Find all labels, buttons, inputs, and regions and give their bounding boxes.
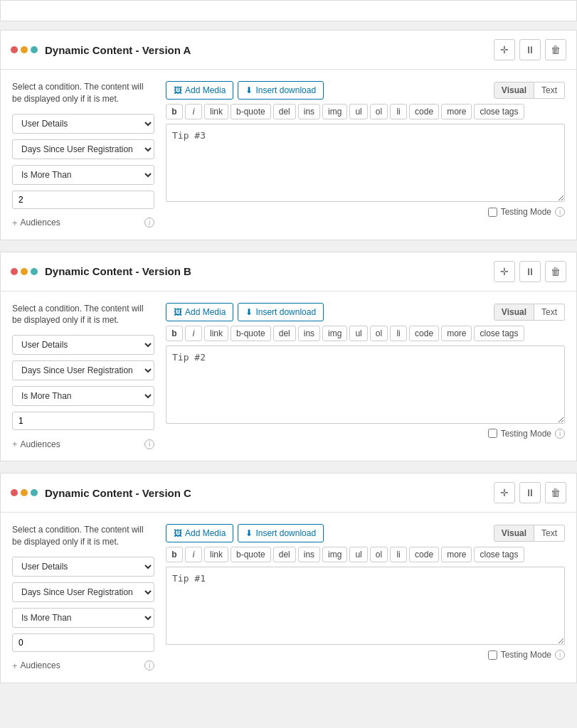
format-btn-ins[interactable]: ins: [298, 547, 320, 562]
format-btn-li[interactable]: li: [390, 104, 407, 119]
format-btn-del[interactable]: del: [273, 547, 296, 562]
format-btn-img[interactable]: img: [322, 326, 347, 341]
format-btn-i[interactable]: i: [185, 104, 202, 119]
insert-download-button-1[interactable]: ⬇ Insert download: [238, 81, 324, 100]
insert-download-button-2[interactable]: ⬇ Insert download: [238, 303, 324, 321]
format-btn-b[interactable]: b: [166, 547, 183, 562]
select-comparator-1[interactable]: Is More Than: [12, 165, 154, 185]
move-button-3[interactable]: ✛: [494, 482, 515, 503]
testing-mode-checkbox-2[interactable]: [488, 429, 497, 438]
format-btn-code[interactable]: code: [409, 326, 439, 341]
audiences-label-2: Audiences: [21, 439, 60, 449]
condition-input-2[interactable]: [12, 412, 154, 430]
condition-panel-3: Select a condition. The content will be …: [12, 524, 154, 671]
version-header-2: Dynamic Content - Version B ✛ ⏸ 🗑: [1, 252, 576, 291]
view-text-button-3[interactable]: Text: [534, 525, 565, 542]
format-btn-close-tags[interactable]: close tags: [474, 547, 524, 562]
select-type-3[interactable]: User Details: [12, 557, 154, 577]
move-button-2[interactable]: ✛: [494, 261, 515, 282]
select-type-2[interactable]: User Details: [12, 335, 154, 355]
view-text-button-2[interactable]: Text: [534, 304, 565, 321]
format-btn-more[interactable]: more: [441, 326, 472, 341]
version-title-2: Dynamic Content - Version B: [45, 265, 494, 277]
testing-mode-label-3: Testing Mode: [501, 650, 551, 660]
dot-teal: [31, 268, 38, 275]
view-visual-button-1[interactable]: Visual: [494, 82, 534, 99]
audiences-plus-icon: +: [12, 660, 18, 671]
condition-panel-2: Select a condition. The content will be …: [12, 303, 154, 450]
audiences-plus-icon: +: [12, 439, 18, 449]
format-btn-b-quote[interactable]: b-quote: [231, 104, 271, 119]
format-btn-ul[interactable]: ul: [349, 547, 367, 562]
format-btn-ol[interactable]: ol: [370, 104, 388, 119]
format-btn-more[interactable]: more: [441, 547, 472, 562]
select-field-3[interactable]: Days Since User Registration: [12, 582, 154, 602]
format-btn-link[interactable]: link: [204, 104, 228, 119]
format-btn-b[interactable]: b: [166, 104, 183, 119]
select-comparator-2[interactable]: Is More Than: [12, 386, 154, 406]
select-field-1[interactable]: Days Since User Registration: [12, 139, 154, 159]
move-button-1[interactable]: ✛: [494, 39, 515, 60]
insert-download-icon: ⬇: [245, 528, 253, 538]
view-visual-button-3[interactable]: Visual: [494, 525, 534, 542]
version-actions: ✛ ⏸ 🗑: [494, 482, 566, 503]
pause-button-2[interactable]: ⏸: [519, 261, 541, 282]
select-field-2[interactable]: Days Since User Registration: [12, 360, 154, 380]
format-btn-li[interactable]: li: [390, 547, 407, 562]
format-btn-ul[interactable]: ul: [349, 326, 367, 341]
delete-button-3[interactable]: 🗑: [545, 482, 566, 503]
condition-input-1[interactable]: [12, 191, 154, 209]
editor-area-2[interactable]: Tip #2: [166, 346, 565, 424]
format-btn-b-quote[interactable]: b-quote: [231, 547, 271, 562]
condition-label-1: Select a condition. The content will be …: [12, 81, 154, 105]
format-toolbar-1: bilinkb-quotedelinsimgulollicodemoreclos…: [166, 104, 565, 119]
testing-mode-checkbox-3[interactable]: [488, 651, 497, 660]
format-btn-img[interactable]: img: [322, 547, 347, 562]
select-type-1[interactable]: User Details: [12, 114, 154, 134]
version-actions: ✛ ⏸ 🗑: [494, 39, 566, 60]
pause-button-1[interactable]: ⏸: [519, 39, 541, 60]
pause-button-3[interactable]: ⏸: [519, 482, 541, 503]
dot-teal: [31, 46, 38, 53]
view-visual-button-2[interactable]: Visual: [494, 304, 534, 321]
format-btn-ol[interactable]: ol: [370, 326, 388, 341]
format-btn-img[interactable]: img: [322, 104, 347, 119]
add-media-button-1[interactable]: 🖼 Add Media: [166, 81, 233, 100]
editor-area-1[interactable]: Tip #3: [166, 124, 565, 202]
version-header-3: Dynamic Content - Version C ✛ ⏸ 🗑: [1, 473, 576, 513]
format-btn-close-tags[interactable]: close tags: [474, 326, 524, 341]
editor-toolbar-top-1: 🖼 Add Media ⬇ Insert download Visual Tex…: [166, 81, 565, 100]
add-media-button-2[interactable]: 🖼 Add Media: [166, 303, 233, 321]
format-btn-link[interactable]: link: [204, 547, 228, 562]
select-comparator-3[interactable]: Is More Than: [12, 608, 154, 628]
add-media-button-3[interactable]: 🖼 Add Media: [166, 524, 233, 542]
insert-download-icon: ⬇: [245, 85, 253, 95]
format-btn-li[interactable]: li: [390, 326, 407, 341]
format-btn-more[interactable]: more: [441, 104, 472, 119]
condition-input-3[interactable]: [12, 633, 154, 652]
format-btn-link[interactable]: link: [204, 326, 228, 341]
format-btn-ins[interactable]: ins: [298, 326, 320, 341]
format-btn-del[interactable]: del: [273, 104, 296, 119]
format-btn-ins[interactable]: ins: [298, 104, 320, 119]
insert-download-button-3[interactable]: ⬇ Insert download: [238, 524, 324, 542]
view-btns-1: Visual Text: [494, 82, 565, 99]
view-text-button-1[interactable]: Text: [534, 82, 565, 99]
dot-red: [11, 46, 18, 53]
format-btn-ol[interactable]: ol: [370, 547, 388, 562]
format-btn-ul[interactable]: ul: [349, 104, 367, 119]
format-btn-close-tags[interactable]: close tags: [474, 104, 524, 119]
format-btn-code[interactable]: code: [409, 547, 439, 562]
format-btn-i[interactable]: i: [185, 547, 202, 562]
editor-area-3[interactable]: Tip #1: [166, 567, 565, 645]
format-btn-code[interactable]: code: [409, 104, 439, 119]
delete-button-1[interactable]: 🗑: [545, 39, 566, 60]
delete-button-2[interactable]: 🗑: [545, 261, 566, 282]
format-btn-b-quote[interactable]: b-quote: [231, 326, 271, 341]
testing-row-3: Testing Mode i: [166, 650, 565, 660]
format-btn-del[interactable]: del: [273, 326, 296, 341]
format-btn-i[interactable]: i: [185, 326, 202, 341]
testing-row-2: Testing Mode i: [166, 429, 565, 439]
format-btn-b[interactable]: b: [166, 326, 183, 341]
testing-mode-checkbox-1[interactable]: [488, 208, 497, 217]
